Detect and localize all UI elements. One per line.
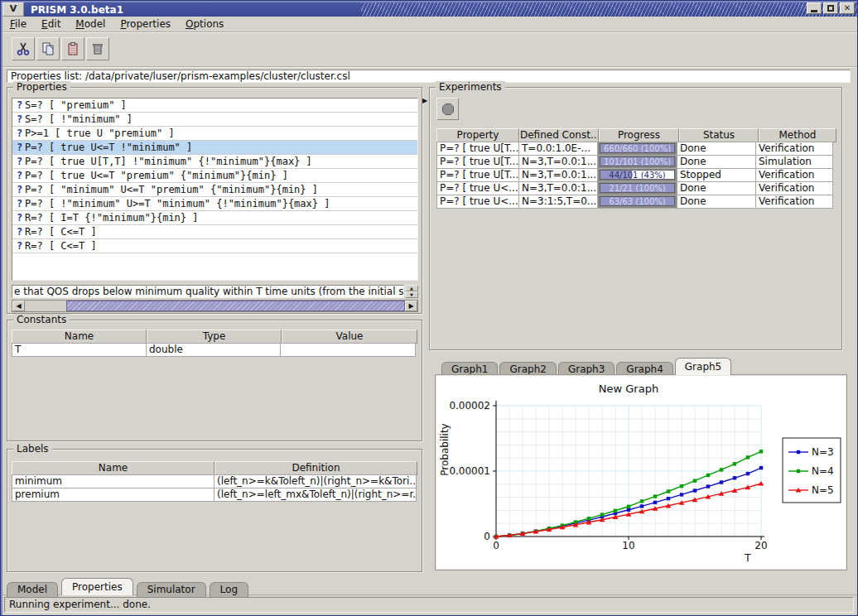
property-row[interactable]: ?P=? [ "minimum" U<=T "premium" {"minimu… bbox=[12, 183, 417, 197]
scroll-right-arrow[interactable]: ▶ bbox=[405, 301, 417, 311]
spinner-down-button[interactable]: ▼ bbox=[405, 291, 418, 298]
data-point-marker bbox=[600, 513, 604, 516]
delete-button[interactable] bbox=[86, 37, 109, 60]
tab-simulator[interactable]: Simulator bbox=[137, 582, 206, 597]
scrollbar-track[interactable] bbox=[25, 301, 66, 311]
question-mark-icon: ? bbox=[14, 99, 25, 112]
data-point-marker bbox=[587, 517, 590, 520]
table-row[interactable]: premium(left_n>=left_mx&Toleft_n)|(right… bbox=[12, 488, 417, 502]
property-row[interactable]: ?P=? [ true U[T,T] !"minimum" {!"minimum… bbox=[12, 155, 417, 169]
progress-bar: 63/63 (100%) bbox=[600, 196, 675, 206]
scrollbar-thumb[interactable] bbox=[66, 301, 405, 311]
cut-button[interactable] bbox=[12, 37, 35, 60]
property-text: P=? [ true U<=T !"minimum" ] bbox=[25, 142, 192, 153]
paste-button[interactable] bbox=[61, 37, 84, 60]
table-row[interactable]: Tdouble bbox=[12, 344, 417, 357]
table-row[interactable]: P=? [ true U<...N=3:1:5,T=0...63/63 (100… bbox=[436, 195, 836, 209]
property-row[interactable]: ?S=? [ "premium" ] bbox=[12, 99, 417, 113]
property-row[interactable]: ?P=? [ !"minimum" U>=T "minimum" {!"mini… bbox=[12, 197, 417, 211]
data-point-marker bbox=[733, 462, 736, 465]
property-text: P=? [ "minimum" U<=T "premium" {"minimum… bbox=[25, 184, 318, 195]
column-header-name[interactable]: Name bbox=[12, 461, 214, 475]
data-point-marker bbox=[797, 450, 800, 454]
table-cell: Verification bbox=[755, 142, 833, 156]
property-row[interactable]: ?R=? [ C<=T ] bbox=[12, 225, 417, 239]
bottom-tab-bar: ModelPropertiesSimulatorLog bbox=[2, 578, 857, 595]
column-header-method[interactable]: Method bbox=[759, 128, 836, 142]
table-row[interactable]: P=? [ true U[T...T=0.0:1.0E-...660/660 (… bbox=[436, 142, 836, 156]
table-row[interactable]: P=? [ true U<...N=3,T=0.0:1...21/21 (100… bbox=[436, 182, 836, 195]
property-row[interactable]: ?S=? [ !"minimum" ] bbox=[12, 113, 417, 127]
menu-edit[interactable]: Edit bbox=[34, 17, 68, 30]
data-point-marker bbox=[627, 508, 630, 512]
property-row[interactable]: ?P>=1 [ true U "premium" ] bbox=[12, 127, 417, 141]
property-row[interactable]: ?P=? [ true U<=T "premium" {"minimum"}{m… bbox=[12, 169, 417, 183]
column-header-defined-const-[interactable]: Defined Const... bbox=[519, 128, 599, 142]
data-point-marker bbox=[653, 501, 657, 504]
maximize-button[interactable] bbox=[823, 2, 838, 14]
labels-table: NameDefinitionminimum(left_n>=k&Toleft_n… bbox=[12, 461, 417, 502]
properties-list[interactable]: ?S=? [ "premium" ]?S=? [ !"minimum" ]?P>… bbox=[12, 98, 418, 281]
table-row[interactable]: P=? [ true U[T...N=3,T=0.0:1...101/101 (… bbox=[436, 156, 836, 169]
tab-model[interactable]: Model bbox=[7, 582, 58, 597]
column-header-name[interactable]: Name bbox=[12, 330, 147, 344]
minimize-icon bbox=[811, 10, 817, 12]
menu-file[interactable]: File bbox=[2, 17, 34, 30]
question-mark-icon: ? bbox=[14, 141, 25, 154]
minimize-button[interactable] bbox=[807, 2, 822, 14]
column-header-property[interactable]: Property bbox=[436, 128, 519, 142]
legend-label: N=5 bbox=[812, 484, 834, 496]
stop-experiment-button[interactable] bbox=[436, 98, 459, 120]
data-point-marker bbox=[680, 484, 683, 488]
table-cell: double bbox=[146, 343, 281, 357]
data-point-marker bbox=[733, 476, 736, 479]
column-header-value[interactable]: Value bbox=[282, 330, 417, 344]
table-cell: N=3,T=0.0:1... bbox=[518, 155, 598, 169]
table-cell: Verification bbox=[755, 181, 833, 195]
column-header-status[interactable]: Status bbox=[679, 128, 759, 142]
spinner-up-button[interactable]: ▲ bbox=[405, 285, 418, 291]
toolbar bbox=[2, 32, 857, 67]
constants-table: NameTypeValueTdouble bbox=[12, 330, 417, 357]
property-row[interactable]: ?P=? [ true U<=T !"minimum" ] bbox=[12, 141, 417, 155]
table-row[interactable]: P=? [ true U[T...N=3,T=0.0:1...44/101 (4… bbox=[436, 169, 836, 182]
menu-properties[interactable]: Properties bbox=[113, 17, 178, 30]
data-point-marker bbox=[746, 455, 750, 459]
progress-text: 660/660 (100%) bbox=[600, 144, 674, 152]
properties-horizontal-scrollbar[interactable]: ◀ ▶ bbox=[12, 300, 418, 312]
tab-properties[interactable]: Properties bbox=[61, 578, 133, 595]
splitter-collapse-icon[interactable]: ▶ bbox=[422, 97, 427, 104]
close-icon: ✕ bbox=[844, 4, 851, 12]
column-header-definition[interactable]: Definition bbox=[214, 461, 417, 475]
table-cell: T bbox=[12, 343, 147, 357]
data-point-marker bbox=[693, 488, 697, 492]
title-bar[interactable]: PRISM 3.0.beta1 bbox=[2, 2, 857, 17]
tab-graph5[interactable]: Graph5 bbox=[675, 358, 731, 375]
close-button[interactable]: ✕ bbox=[840, 2, 855, 14]
property-text: P>=1 [ true U "premium" ] bbox=[25, 128, 175, 139]
properties-list-path[interactable]: Properties list: /data/private/luser/pri… bbox=[7, 70, 851, 83]
data-point-marker bbox=[720, 480, 723, 484]
copy-button[interactable] bbox=[36, 37, 60, 60]
experiments-group-title: Experiments bbox=[436, 81, 505, 93]
table-header-row: NameTypeValue bbox=[12, 330, 417, 344]
progress-cell: 101/101 (100%) bbox=[597, 155, 677, 169]
property-row[interactable]: ?R=? [ C<=T ] bbox=[12, 239, 417, 253]
column-header-progress[interactable]: Progress bbox=[599, 128, 679, 142]
table-cell: Stopped bbox=[677, 168, 756, 182]
tab-log[interactable]: Log bbox=[210, 582, 248, 597]
property-comment-field[interactable]: e that QOS drops below minimum quality w… bbox=[12, 285, 404, 298]
scroll-left-arrow[interactable]: ◀ bbox=[12, 301, 25, 311]
menu-model[interactable]: Model bbox=[68, 17, 113, 30]
table-row[interactable]: minimum(left_n>=k&Toleft_n)|(right_n>=k&… bbox=[12, 475, 417, 488]
menu-options[interactable]: Options bbox=[178, 17, 231, 30]
property-row[interactable]: ?R=? [ I=T {!"minimum"}{min} ] bbox=[12, 211, 417, 225]
column-header-type[interactable]: Type bbox=[147, 330, 282, 344]
property-text: R=? [ I=T {!"minimum"}{min} ] bbox=[25, 212, 199, 224]
labels-group-title: Labels bbox=[13, 443, 52, 455]
horizontal-splitter[interactable] bbox=[429, 351, 847, 358]
data-point-marker bbox=[627, 505, 630, 508]
table-cell: (left_n>=k&Toleft_n)|(right_n>=k&Tori... bbox=[214, 474, 417, 488]
vertical-splitter[interactable]: ▶ bbox=[422, 87, 428, 572]
window-menu-icon[interactable]: V bbox=[2, 2, 24, 17]
